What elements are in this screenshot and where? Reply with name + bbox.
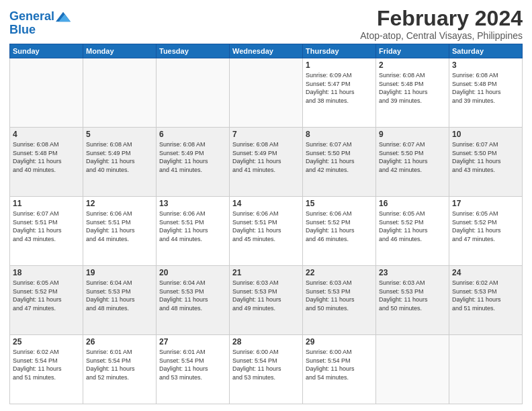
table-row: 2Sunrise: 6:08 AMSunset: 5:48 PMDaylight… xyxy=(376,58,449,128)
day-info: Sunrise: 6:08 AMSunset: 5:49 PMDaylight:… xyxy=(86,140,153,174)
table-row: 23Sunrise: 6:03 AMSunset: 5:53 PMDayligh… xyxy=(376,266,449,335)
day-number: 5 xyxy=(86,130,153,139)
day-number: 19 xyxy=(86,268,153,277)
table-row: 11Sunrise: 6:07 AMSunset: 5:51 PMDayligh… xyxy=(10,197,83,266)
table-row: 1Sunrise: 6:09 AMSunset: 5:47 PMDaylight… xyxy=(303,58,376,128)
day-info: Sunrise: 6:08 AMSunset: 5:48 PMDaylight:… xyxy=(452,71,519,105)
logo: General Blue xyxy=(9,9,71,37)
day-info: Sunrise: 6:04 AMSunset: 5:53 PMDaylight:… xyxy=(86,279,153,312)
table-row: 12Sunrise: 6:06 AMSunset: 5:51 PMDayligh… xyxy=(83,197,157,266)
day-number: 26 xyxy=(86,337,153,347)
day-info: Sunrise: 6:03 AMSunset: 5:53 PMDaylight:… xyxy=(232,279,300,312)
day-number: 8 xyxy=(306,130,373,139)
day-number: 2 xyxy=(379,60,446,70)
table-row xyxy=(83,58,157,128)
day-number: 11 xyxy=(13,199,80,208)
table-row: 13Sunrise: 6:06 AMSunset: 5:51 PMDayligh… xyxy=(157,197,230,266)
header: General Blue February 2024 Atop-atop, Ce… xyxy=(9,7,523,41)
table-row: 15Sunrise: 6:06 AMSunset: 5:52 PMDayligh… xyxy=(303,197,376,266)
day-number: 6 xyxy=(159,130,226,139)
table-row xyxy=(10,58,83,128)
header-sunday: Sunday xyxy=(10,44,83,58)
day-info: Sunrise: 6:01 AMSunset: 5:54 PMDaylight:… xyxy=(86,348,153,381)
day-number: 23 xyxy=(379,268,446,277)
header-thursday: Thursday xyxy=(303,44,376,58)
table-row xyxy=(157,58,230,128)
day-info: Sunrise: 6:00 AMSunset: 5:54 PMDaylight:… xyxy=(232,348,300,381)
table-row: 16Sunrise: 6:05 AMSunset: 5:52 PMDayligh… xyxy=(376,197,449,266)
table-row: 8Sunrise: 6:07 AMSunset: 5:50 PMDaylight… xyxy=(303,128,376,197)
day-info: Sunrise: 6:03 AMSunset: 5:53 PMDaylight:… xyxy=(306,279,373,312)
day-number: 14 xyxy=(232,199,300,208)
day-info: Sunrise: 6:06 AMSunset: 5:51 PMDaylight:… xyxy=(86,210,153,243)
logo-icon xyxy=(56,9,71,24)
day-number: 4 xyxy=(13,130,80,139)
day-info: Sunrise: 6:05 AMSunset: 5:52 PMDaylight:… xyxy=(379,210,446,243)
table-row: 26Sunrise: 6:01 AMSunset: 5:54 PMDayligh… xyxy=(83,335,157,404)
day-number: 3 xyxy=(452,60,519,70)
logo-text-line1: General xyxy=(9,10,54,24)
day-info: Sunrise: 6:08 AMSunset: 5:48 PMDaylight:… xyxy=(13,140,80,174)
table-row: 7Sunrise: 6:08 AMSunset: 5:49 PMDaylight… xyxy=(230,128,303,197)
day-number: 15 xyxy=(306,199,373,208)
calendar-table: Sunday Monday Tuesday Wednesday Thursday… xyxy=(9,44,523,404)
table-row: 21Sunrise: 6:03 AMSunset: 5:53 PMDayligh… xyxy=(230,266,303,335)
day-info: Sunrise: 6:07 AMSunset: 5:50 PMDaylight:… xyxy=(452,140,519,174)
logo-text-line2: Blue xyxy=(9,23,71,37)
calendar-week-row: 1Sunrise: 6:09 AMSunset: 5:47 PMDaylight… xyxy=(10,58,523,128)
header-monday: Monday xyxy=(83,44,157,58)
page: General Blue February 2024 Atop-atop, Ce… xyxy=(0,0,532,411)
header-wednesday: Wednesday xyxy=(230,44,303,58)
table-row xyxy=(376,335,449,404)
table-row: 5Sunrise: 6:08 AMSunset: 5:49 PMDaylight… xyxy=(83,128,157,197)
table-row: 19Sunrise: 6:04 AMSunset: 5:53 PMDayligh… xyxy=(83,266,157,335)
day-info: Sunrise: 6:03 AMSunset: 5:53 PMDaylight:… xyxy=(379,279,446,312)
day-number: 21 xyxy=(232,268,300,277)
month-title: February 2024 xyxy=(360,7,523,30)
table-row: 29Sunrise: 6:00 AMSunset: 5:54 PMDayligh… xyxy=(303,335,376,404)
table-row: 10Sunrise: 6:07 AMSunset: 5:50 PMDayligh… xyxy=(449,128,523,197)
day-number: 12 xyxy=(86,199,153,208)
day-info: Sunrise: 6:08 AMSunset: 5:49 PMDaylight:… xyxy=(159,140,226,174)
header-tuesday: Tuesday xyxy=(157,44,230,58)
day-number: 10 xyxy=(452,130,519,139)
day-info: Sunrise: 6:04 AMSunset: 5:53 PMDaylight:… xyxy=(159,279,226,312)
day-info: Sunrise: 6:01 AMSunset: 5:54 PMDaylight:… xyxy=(159,348,226,381)
table-row: 9Sunrise: 6:07 AMSunset: 5:50 PMDaylight… xyxy=(376,128,449,197)
table-row: 27Sunrise: 6:01 AMSunset: 5:54 PMDayligh… xyxy=(157,335,230,404)
day-number: 18 xyxy=(13,268,80,277)
table-row xyxy=(449,335,523,404)
day-number: 22 xyxy=(306,268,373,277)
day-info: Sunrise: 6:09 AMSunset: 5:47 PMDaylight:… xyxy=(306,71,373,105)
table-row: 18Sunrise: 6:05 AMSunset: 5:52 PMDayligh… xyxy=(10,266,83,335)
day-number: 1 xyxy=(306,60,373,70)
day-info: Sunrise: 6:00 AMSunset: 5:54 PMDaylight:… xyxy=(306,348,373,381)
calendar-week-row: 4Sunrise: 6:08 AMSunset: 5:48 PMDaylight… xyxy=(10,128,523,197)
calendar-week-row: 18Sunrise: 6:05 AMSunset: 5:52 PMDayligh… xyxy=(10,266,523,335)
day-number: 25 xyxy=(13,337,80,347)
title-block: February 2024 Atop-atop, Central Visayas… xyxy=(360,7,523,41)
table-row: 3Sunrise: 6:08 AMSunset: 5:48 PMDaylight… xyxy=(449,58,523,128)
day-number: 13 xyxy=(159,199,226,208)
day-info: Sunrise: 6:07 AMSunset: 5:51 PMDaylight:… xyxy=(13,210,80,243)
day-number: 28 xyxy=(232,337,300,347)
day-info: Sunrise: 6:02 AMSunset: 5:54 PMDaylight:… xyxy=(13,348,80,381)
day-info: Sunrise: 6:08 AMSunset: 5:49 PMDaylight:… xyxy=(232,140,300,174)
table-row: 20Sunrise: 6:04 AMSunset: 5:53 PMDayligh… xyxy=(157,266,230,335)
day-info: Sunrise: 6:06 AMSunset: 5:51 PMDaylight:… xyxy=(232,210,300,243)
calendar-week-row: 25Sunrise: 6:02 AMSunset: 5:54 PMDayligh… xyxy=(10,335,523,404)
day-info: Sunrise: 6:02 AMSunset: 5:53 PMDaylight:… xyxy=(452,279,519,312)
calendar-week-row: 11Sunrise: 6:07 AMSunset: 5:51 PMDayligh… xyxy=(10,197,523,266)
day-info: Sunrise: 6:06 AMSunset: 5:51 PMDaylight:… xyxy=(159,210,226,243)
calendar-header-row: Sunday Monday Tuesday Wednesday Thursday… xyxy=(10,44,523,58)
table-row xyxy=(230,58,303,128)
table-row: 4Sunrise: 6:08 AMSunset: 5:48 PMDaylight… xyxy=(10,128,83,197)
location-subtitle: Atop-atop, Central Visayas, Philippines xyxy=(360,30,523,41)
day-number: 24 xyxy=(452,268,519,277)
day-info: Sunrise: 6:08 AMSunset: 5:48 PMDaylight:… xyxy=(379,71,446,105)
day-info: Sunrise: 6:06 AMSunset: 5:52 PMDaylight:… xyxy=(306,210,373,243)
table-row: 24Sunrise: 6:02 AMSunset: 5:53 PMDayligh… xyxy=(449,266,523,335)
table-row: 6Sunrise: 6:08 AMSunset: 5:49 PMDaylight… xyxy=(157,128,230,197)
day-number: 29 xyxy=(306,337,373,347)
day-number: 27 xyxy=(159,337,226,347)
